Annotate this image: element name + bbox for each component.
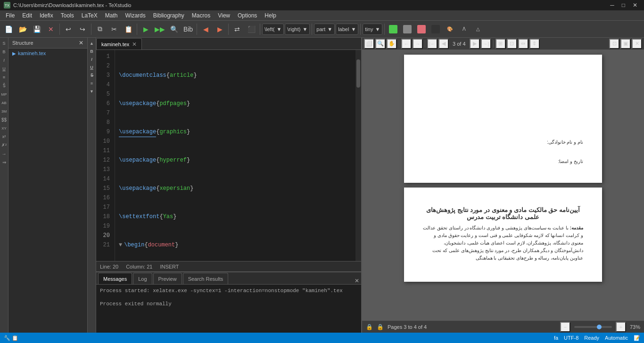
- color-dark[interactable]: [429, 23, 442, 36]
- menu-file[interactable]: File: [2, 10, 18, 21]
- prev-first-btn[interactable]: |←: [427, 39, 438, 49]
- title-controls[interactable]: ─ □ ✕: [607, 0, 640, 10]
- sidebar-icon-6[interactable]: S̈: [0, 82, 8, 90]
- prev-fit-btn[interactable]: ⊞: [495, 39, 506, 49]
- sidebar-icon-4[interactable]: U: [0, 65, 8, 73]
- color-gray[interactable]: [401, 23, 414, 36]
- build-button[interactable]: ▶: [139, 23, 152, 36]
- tab-messages[interactable]: Messages: [98, 273, 132, 284]
- sidebar-icon-x2b[interactable]: ✗²: [0, 141, 8, 149]
- menu-edit[interactable]: Edit: [18, 10, 36, 21]
- special2[interactable]: △: [471, 23, 485, 36]
- prev-hand-btn[interactable]: ✋: [387, 39, 397, 49]
- prev-zoom-width-btn[interactable]: ⇔: [518, 39, 528, 49]
- sidebar-icon-3[interactable]: I: [0, 57, 8, 64]
- prev-zoom-fit-btn[interactable]: ⊡: [507, 39, 517, 49]
- copy-button[interactable]: ⧉: [93, 23, 107, 36]
- save-button[interactable]: 💾: [30, 23, 43, 36]
- menu-tools[interactable]: Tools: [57, 10, 78, 21]
- new-button[interactable]: 📄: [2, 23, 15, 36]
- bibtex-button[interactable]: Bib: [182, 23, 195, 36]
- fmt-underline[interactable]: U: [88, 64, 96, 71]
- tab-preview[interactable]: Preview: [153, 273, 182, 284]
- sidebar-icon-3m[interactable]: 3M: [0, 107, 8, 115]
- maximize-button[interactable]: □: [619, 0, 628, 10]
- stop-button[interactable]: ⬛: [245, 23, 258, 36]
- menu-options[interactable]: Options: [234, 10, 261, 21]
- sidebar-icon-x2[interactable]: x²: [0, 133, 8, 140]
- prev-restore-btn[interactable]: ▣: [620, 39, 631, 49]
- prev-search-btn[interactable]: 🔍: [375, 39, 386, 49]
- tab-close-button[interactable]: ✕: [132, 41, 137, 48]
- fmt-italic[interactable]: I: [88, 56, 96, 63]
- menu-idefix[interactable]: Idefix: [36, 10, 57, 21]
- code-editor[interactable]: 1 2 3 4 5 6 7 8 9 10 11 12 13 14 15 16 1: [96, 50, 361, 261]
- fmt-align[interactable]: ≡: [88, 80, 96, 87]
- prev-last-btn[interactable]: →|: [481, 39, 491, 49]
- prev-close-btn[interactable]: ✕: [632, 39, 642, 49]
- label-dropdown[interactable]: label ▼: [336, 24, 358, 35]
- sidebar-icon-xy[interactable]: XY: [0, 124, 8, 132]
- paste-button[interactable]: 📋: [122, 23, 135, 36]
- close-button[interactable]: ✕: [630, 0, 640, 10]
- menu-view[interactable]: View: [214, 10, 234, 21]
- menu-help[interactable]: Help: [261, 10, 280, 21]
- tab-search-results[interactable]: Search Results: [183, 273, 229, 284]
- next-error-button[interactable]: ▶: [213, 23, 226, 36]
- sidebar-icon-2[interactable]: B: [0, 48, 8, 56]
- messages-close-button[interactable]: ✕: [353, 278, 361, 284]
- sidebar-icon-5[interactable]: ≡: [0, 74, 8, 81]
- sidebar-icon-arrow2[interactable]: ⇒: [0, 158, 8, 166]
- zoom-out-btn[interactable]: −: [560, 322, 570, 332]
- open-button[interactable]: 📂: [16, 23, 29, 36]
- prev-zoom-height-btn[interactable]: ⇕: [529, 39, 540, 49]
- prev-back-btn[interactable]: ←: [401, 39, 412, 49]
- cut-button[interactable]: ✂: [107, 23, 121, 36]
- right-bracket-dropdown[interactable]: \right) ▼: [285, 24, 310, 35]
- scroll-thumb[interactable]: [356, 59, 360, 88]
- tab-log[interactable]: Log: [133, 273, 152, 284]
- menu-macros[interactable]: Macros: [188, 10, 214, 21]
- sync-button[interactable]: ⇄: [231, 23, 244, 36]
- preview-content[interactable]: نام و نام خانوادگی: تاریخ و امضا: آیین‌ن…: [362, 50, 644, 320]
- code-content[interactable]: \documentclass{article} \usepackage{pdfp…: [115, 50, 355, 261]
- prev-error-button[interactable]: ◀: [199, 23, 212, 36]
- structure-file[interactable]: ▶ kamineh.tex: [8, 49, 87, 58]
- prev-prev-btn[interactable]: ◀: [438, 39, 449, 49]
- undo-button[interactable]: ↩: [62, 23, 75, 36]
- part-dropdown[interactable]: part ▼: [314, 24, 335, 35]
- size-dropdown[interactable]: tiny ▼: [363, 24, 382, 35]
- sidebar-icon-1[interactable]: S: [0, 40, 8, 47]
- special1[interactable]: Λ: [457, 23, 471, 36]
- fmt-strikethrough[interactable]: S̶: [88, 72, 96, 79]
- sidebar-icon-mp[interactable]: MP: [0, 90, 8, 98]
- zoom-slider[interactable]: [574, 326, 612, 328]
- structure-close[interactable]: ✕: [79, 40, 83, 46]
- fmt-bold[interactable]: B: [88, 48, 96, 55]
- prev-fwd-btn[interactable]: →: [413, 39, 423, 49]
- prev-next-btn[interactable]: ▶: [470, 39, 480, 49]
- fmt-nav-down[interactable]: ▼: [88, 88, 96, 95]
- minimize-button[interactable]: ─: [607, 0, 617, 10]
- fmt-nav-up[interactable]: ▲: [88, 40, 96, 47]
- prev-max-btn[interactable]: ⊡: [609, 39, 619, 49]
- zoom-thumb[interactable]: [597, 325, 602, 329]
- menu-bibliography[interactable]: Bibliography: [149, 10, 188, 21]
- color-multi[interactable]: 🎨: [443, 23, 456, 36]
- editor-scrollbar[interactable]: [355, 50, 361, 261]
- menu-wizards[interactable]: Wizards: [121, 10, 149, 21]
- color-green[interactable]: [387, 23, 400, 36]
- view-button[interactable]: 🔍: [167, 23, 181, 36]
- editor-tab-kamineh[interactable]: kamineh.tex ✕: [96, 38, 142, 49]
- left-bracket-dropdown[interactable]: \left( ▼: [262, 24, 284, 35]
- zoom-in-btn[interactable]: +: [616, 322, 626, 332]
- close-file-button[interactable]: ✕: [44, 23, 58, 36]
- sidebar-icon-abc[interactable]: AB: [0, 99, 8, 106]
- menu-latex[interactable]: LaTeX: [78, 10, 101, 21]
- sidebar-icon-arrow[interactable]: →: [0, 150, 8, 157]
- redo-button[interactable]: ↪: [76, 23, 89, 36]
- compile-button[interactable]: ▶▶: [153, 23, 166, 36]
- menu-math[interactable]: Math: [101, 10, 122, 21]
- prev-toolbar-btn1[interactable]: ⬜: [364, 39, 374, 49]
- color-red[interactable]: [415, 23, 428, 36]
